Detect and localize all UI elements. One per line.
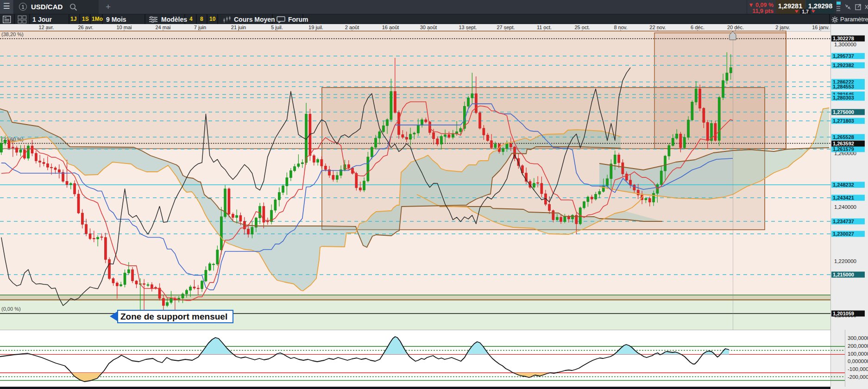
svg-text:26 avr.: 26 avr.: [78, 25, 93, 30]
svg-text:1,300000: 1,300000: [834, 42, 856, 47]
svg-text:1,263592: 1,263592: [833, 141, 854, 146]
svg-text:1,284553: 1,284553: [833, 84, 854, 89]
svg-text:5 juil.: 5 juil.: [271, 25, 283, 30]
svg-text:12 avr.: 12 avr.: [38, 25, 54, 30]
svg-text:7 juin: 7 juin: [194, 25, 206, 30]
svg-text:1,261579: 1,261579: [833, 146, 854, 152]
svg-text:1,243421: 1,243421: [833, 195, 854, 201]
svg-text:(0,00 %): (0,00 %): [1, 306, 21, 312]
svg-text:24 mai: 24 mai: [155, 25, 170, 30]
svg-text:1,295737: 1,295737: [833, 53, 854, 59]
svg-text:1,271803: 1,271803: [833, 118, 854, 124]
svg-text:200,00000: 200,00000: [848, 343, 868, 349]
svg-text:-100,0000: -100,0000: [848, 366, 868, 372]
svg-text:1,302278: 1,302278: [833, 36, 854, 41]
svg-text:2 août: 2 août: [345, 25, 359, 30]
svg-text:1,29281: 1,29281: [778, 2, 802, 10]
svg-text:2 janv.: 2 janv.: [775, 25, 790, 30]
svg-text:27 sept.: 27 sept.: [497, 25, 515, 30]
svg-text:1,280303: 1,280303: [833, 95, 854, 100]
svg-text:11,9 pts: 11,9 pts: [752, 8, 774, 14]
svg-text:1,265528: 1,265528: [833, 134, 854, 140]
svg-text:22 nov.: 22 nov.: [649, 25, 666, 30]
svg-text:1,7: 1,7: [802, 9, 809, 14]
svg-text:13 sept.: 13 sept.: [459, 25, 477, 30]
svg-text:1,215000: 1,215000: [833, 272, 854, 277]
svg-text:20 déc.: 20 déc.: [727, 25, 744, 30]
svg-text:100,00000: 100,00000: [848, 351, 868, 357]
svg-text:19 juil.: 19 juil.: [308, 25, 323, 30]
svg-text:16 août: 16 août: [382, 25, 399, 30]
svg-text:1,292382: 1,292382: [833, 63, 854, 68]
svg-text:1,201059: 1,201059: [833, 311, 854, 316]
svg-text:Zone de support mensuel: Zone de support mensuel: [120, 312, 227, 321]
svg-text:1,275000: 1,275000: [833, 109, 854, 115]
svg-text:10 mai: 10 mai: [116, 25, 132, 30]
svg-text:6 déc.: 6 déc.: [691, 25, 704, 30]
svg-text:-200,0000: -200,0000: [848, 374, 868, 380]
svg-text:30 août: 30 août: [420, 25, 437, 30]
svg-text:1,230027: 1,230027: [833, 231, 854, 237]
svg-text:25 oct.: 25 oct.: [574, 25, 590, 30]
svg-text:8 nov.: 8 nov.: [614, 25, 627, 30]
svg-text:300,00000: 300,00000: [848, 335, 868, 341]
svg-text:1,248232: 1,248232: [833, 182, 854, 188]
svg-text:1,220000: 1,220000: [834, 258, 856, 264]
svg-text:16 janv.: 16 janv.: [812, 25, 830, 30]
svg-text:1,240000: 1,240000: [834, 204, 856, 210]
svg-text:21 juin: 21 juin: [231, 25, 246, 30]
svg-text:0,000000: 0,000000: [848, 358, 868, 364]
svg-text:1,29298: 1,29298: [808, 2, 832, 10]
svg-text:11 oct.: 11 oct.: [537, 25, 552, 30]
svg-text:(38,20 %): (38,20 %): [1, 31, 24, 37]
svg-text:1,234737: 1,234737: [833, 219, 854, 224]
